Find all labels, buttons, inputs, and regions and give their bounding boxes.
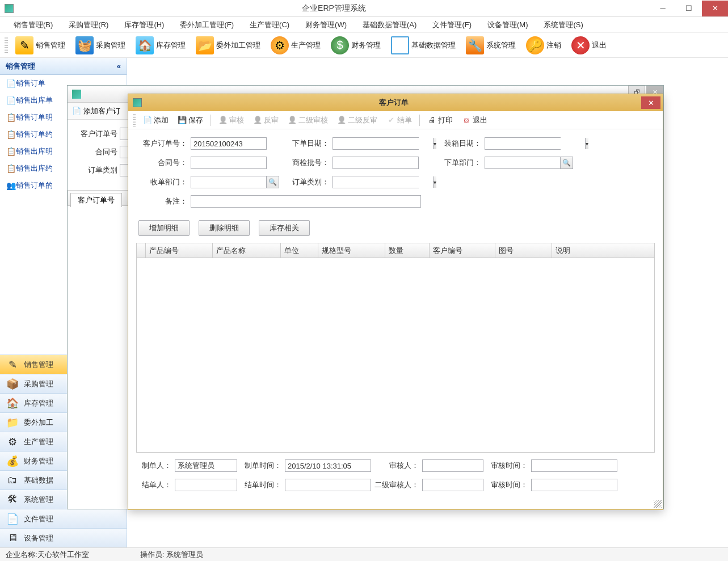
col-unit[interactable]: 单位	[281, 243, 318, 258]
toolbar-system[interactable]: 🔧系统管理	[461, 35, 521, 56]
toolbtn-exit[interactable]: ⦻退出	[459, 114, 490, 126]
save-icon: 💾	[178, 116, 187, 125]
input-contract[interactable]	[191, 157, 267, 169]
status-operator-label: 操作员:	[140, 550, 165, 559]
data-icon: 🗂	[6, 474, 19, 487]
toolbar-outsource[interactable]: 📂委外加工管理	[191, 35, 266, 56]
separator	[211, 115, 211, 126]
input-remark[interactable]	[191, 195, 421, 208]
separator	[419, 115, 420, 126]
col-product-name[interactable]: 产品名称	[213, 243, 281, 258]
toolbar-grip	[133, 114, 136, 126]
input-create-time[interactable]	[285, 459, 371, 472]
input-audit-time2[interactable]	[531, 479, 617, 491]
label-recv-dept: 收单部门：	[138, 177, 187, 187]
sidebar-collapse-button[interactable]: «	[117, 62, 121, 70]
chevron-down-icon[interactable]: ▾	[433, 176, 436, 188]
col-desc[interactable]: 说明	[552, 243, 654, 258]
person-icon: 👤	[253, 116, 262, 125]
dialog-titlebar[interactable]: 客户订单 ✕	[128, 94, 663, 111]
menu-purchase[interactable]: 采购管理(R)	[61, 18, 116, 32]
menu-system[interactable]: 系统管理(S)	[536, 18, 591, 32]
edit-icon: ✎	[6, 358, 19, 372]
label-create-time: 制单时间：	[237, 461, 281, 471]
input-order-no[interactable]	[191, 137, 267, 150]
col-drawing-no[interactable]: 图号	[495, 243, 552, 258]
label-creator: 制单人：	[138, 461, 171, 471]
people-icon: 👥	[6, 180, 16, 191]
file-icon: 📄	[6, 512, 19, 526]
close-button[interactable]: ✕	[702, 1, 728, 16]
menu-inventory[interactable]: 库存管理(H)	[116, 18, 172, 32]
maximize-button[interactable]: ☐	[676, 1, 702, 16]
toolbar-purchase[interactable]: 🧺采购管理	[70, 35, 131, 56]
lookup-recv-dept[interactable]: 🔍	[191, 176, 279, 188]
input-settler[interactable]	[175, 479, 237, 491]
toolbar-exit[interactable]: ✕退出	[566, 35, 612, 56]
detail-grid[interactable]: 产品编号 产品名称 单位 规格型号 数量 客户编号 图号 说明	[136, 243, 655, 453]
input-order-dept[interactable]	[485, 157, 561, 169]
menu-basedata[interactable]: 基础数据管理(A)	[355, 18, 424, 32]
col-spec[interactable]: 规格型号	[318, 243, 385, 258]
input-pack-date[interactable]	[485, 138, 585, 149]
menu-file[interactable]: 文件管理(F)	[424, 18, 479, 32]
minimize-button[interactable]: ─	[650, 1, 676, 16]
toolbar-production[interactable]: ⚙生产管理	[266, 35, 326, 56]
status-operator: 系统管理员	[166, 550, 203, 559]
accordion-device[interactable]: 🖥设备管理	[0, 528, 127, 547]
toolbtn-unaudit2: 👤二级反审	[334, 114, 380, 126]
toolbar-grip	[5, 37, 8, 54]
toolbar-inventory[interactable]: 🏠库存管理	[131, 35, 191, 56]
dialog-toolbar: 📄添加 💾保存 👤审核 👤反审 👤二级审核 👤二级反审 ✔结单 🖨打印 ⦻退出	[128, 111, 663, 129]
chevron-down-icon[interactable]: ▾	[585, 138, 588, 149]
toolbar-finance[interactable]: $财务管理	[326, 35, 386, 56]
search-icon[interactable]: 🔍	[267, 176, 279, 188]
toolbar-sales[interactable]: ✎销售管理	[10, 35, 70, 56]
toolbtn-print[interactable]: 🖨打印	[424, 114, 456, 126]
toolbtn-add[interactable]: 📄添加	[140, 114, 171, 126]
toolbtn-save[interactable]: 💾保存	[175, 114, 206, 126]
menu-device[interactable]: 设备管理(M)	[479, 18, 536, 32]
toolbar-logout[interactable]: 🔑注销	[521, 35, 566, 56]
new-icon: 📄	[143, 116, 152, 125]
input-audit-time[interactable]	[531, 459, 617, 472]
input-auditor[interactable]	[422, 459, 483, 472]
input-settle-time[interactable]	[285, 479, 371, 491]
dialog-footer: 制单人： 制单时间： 审核人： 审核时间： 结单人： 结单时间： 二级审核人： …	[128, 453, 663, 505]
status-company-label: 企业名称:	[6, 550, 37, 559]
menu-outsource[interactable]: 委外加工管理(F)	[172, 18, 242, 32]
btn-add-detail[interactable]: 增加明细	[138, 220, 190, 236]
input-recv-dept[interactable]	[191, 176, 267, 188]
input-auditor2[interactable]	[422, 479, 483, 491]
combo-pack-date[interactable]: ▾	[485, 137, 561, 150]
label-audit-time: 审核时间：	[483, 461, 528, 471]
input-inspect[interactable]	[333, 157, 419, 169]
input-order-date[interactable]	[333, 138, 433, 149]
search-icon[interactable]: 🔍	[561, 157, 573, 169]
folder-icon: 📁	[6, 416, 19, 429]
toolbar-basedata[interactable]: 基础数据管理	[386, 35, 461, 56]
input-order-type[interactable]	[333, 176, 433, 188]
app-title: 企业ERP管理系统	[18, 3, 650, 14]
subwin-tab[interactable]: 客户订单号	[70, 193, 122, 207]
menu-sales[interactable]: 销售管理(B)	[6, 18, 61, 32]
label-pack-date: 装箱日期：	[419, 138, 481, 149]
col-qty[interactable]: 数量	[385, 243, 430, 258]
menu-production[interactable]: 生产管理(C)	[242, 18, 297, 32]
lookup-order-dept[interactable]: 🔍	[485, 157, 573, 169]
dialog-close-button[interactable]: ✕	[641, 96, 660, 109]
col-product-code[interactable]: 产品编号	[146, 243, 213, 258]
combo-order-date[interactable]: ▾	[333, 137, 419, 150]
combo-order-type[interactable]: ▾	[333, 176, 419, 188]
btn-stock-related[interactable]: 库存相关	[259, 220, 310, 236]
x-icon: ✕	[571, 36, 590, 54]
grid-header: 产品编号 产品名称 单位 规格型号 数量 客户编号 图号 说明	[137, 243, 654, 258]
input-creator[interactable]	[175, 459, 237, 472]
resize-grip[interactable]	[654, 500, 662, 508]
menu-finance[interactable]: 财务管理(W)	[297, 18, 355, 32]
col-customer-code[interactable]: 客户编号	[430, 243, 495, 258]
label-order-dept: 下单部门：	[419, 158, 481, 168]
accordion-file[interactable]: 📄文件管理	[0, 509, 127, 528]
person-icon: 👤	[337, 116, 346, 125]
btn-del-detail[interactable]: 删除明细	[199, 220, 250, 236]
